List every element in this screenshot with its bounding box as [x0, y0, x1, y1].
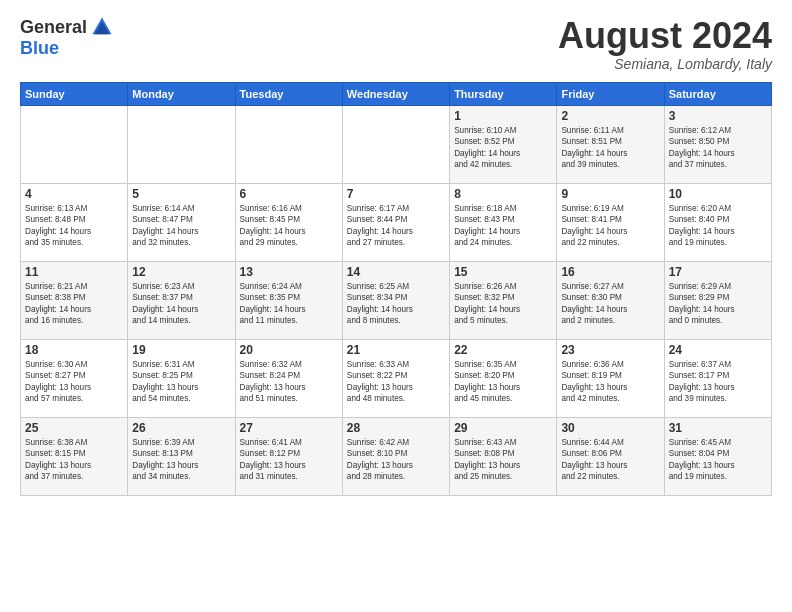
day-number: 21	[347, 343, 445, 357]
month-year: August 2024	[558, 16, 772, 56]
calendar-cell: 14Sunrise: 6:25 AM Sunset: 8:34 PM Dayli…	[342, 261, 449, 339]
calendar-cell: 13Sunrise: 6:24 AM Sunset: 8:35 PM Dayli…	[235, 261, 342, 339]
calendar-cell: 16Sunrise: 6:27 AM Sunset: 8:30 PM Dayli…	[557, 261, 664, 339]
calendar-cell: 6Sunrise: 6:16 AM Sunset: 8:45 PM Daylig…	[235, 183, 342, 261]
day-number: 13	[240, 265, 338, 279]
day-info: Sunrise: 6:31 AM Sunset: 8:25 PM Dayligh…	[132, 359, 230, 405]
day-info: Sunrise: 6:11 AM Sunset: 8:51 PM Dayligh…	[561, 125, 659, 171]
day-info: Sunrise: 6:23 AM Sunset: 8:37 PM Dayligh…	[132, 281, 230, 327]
calendar-cell	[21, 105, 128, 183]
weekday-header-row: SundayMondayTuesdayWednesdayThursdayFrid…	[21, 82, 772, 105]
day-info: Sunrise: 6:30 AM Sunset: 8:27 PM Dayligh…	[25, 359, 123, 405]
day-number: 16	[561, 265, 659, 279]
calendar-cell: 25Sunrise: 6:38 AM Sunset: 8:15 PM Dayli…	[21, 417, 128, 495]
calendar-cell: 21Sunrise: 6:33 AM Sunset: 8:22 PM Dayli…	[342, 339, 449, 417]
calendar-cell: 2Sunrise: 6:11 AM Sunset: 8:51 PM Daylig…	[557, 105, 664, 183]
calendar-cell: 1Sunrise: 6:10 AM Sunset: 8:52 PM Daylig…	[450, 105, 557, 183]
calendar-cell: 30Sunrise: 6:44 AM Sunset: 8:06 PM Dayli…	[557, 417, 664, 495]
day-number: 20	[240, 343, 338, 357]
calendar-week-row: 18Sunrise: 6:30 AM Sunset: 8:27 PM Dayli…	[21, 339, 772, 417]
day-info: Sunrise: 6:26 AM Sunset: 8:32 PM Dayligh…	[454, 281, 552, 327]
day-number: 9	[561, 187, 659, 201]
calendar-week-row: 11Sunrise: 6:21 AM Sunset: 8:38 PM Dayli…	[21, 261, 772, 339]
calendar-cell: 17Sunrise: 6:29 AM Sunset: 8:29 PM Dayli…	[664, 261, 771, 339]
calendar-cell: 15Sunrise: 6:26 AM Sunset: 8:32 PM Dayli…	[450, 261, 557, 339]
day-info: Sunrise: 6:20 AM Sunset: 8:40 PM Dayligh…	[669, 203, 767, 249]
day-number: 18	[25, 343, 123, 357]
day-info: Sunrise: 6:29 AM Sunset: 8:29 PM Dayligh…	[669, 281, 767, 327]
logo-general: General	[20, 17, 87, 38]
day-number: 14	[347, 265, 445, 279]
day-info: Sunrise: 6:21 AM Sunset: 8:38 PM Dayligh…	[25, 281, 123, 327]
day-number: 23	[561, 343, 659, 357]
day-info: Sunrise: 6:12 AM Sunset: 8:50 PM Dayligh…	[669, 125, 767, 171]
calendar-cell: 24Sunrise: 6:37 AM Sunset: 8:17 PM Dayli…	[664, 339, 771, 417]
logo-blue: Blue	[20, 38, 59, 59]
day-info: Sunrise: 6:42 AM Sunset: 8:10 PM Dayligh…	[347, 437, 445, 483]
weekday-header: Tuesday	[235, 82, 342, 105]
calendar-cell: 29Sunrise: 6:43 AM Sunset: 8:08 PM Dayli…	[450, 417, 557, 495]
logo-icon	[91, 16, 113, 38]
calendar-cell: 11Sunrise: 6:21 AM Sunset: 8:38 PM Dayli…	[21, 261, 128, 339]
day-info: Sunrise: 6:33 AM Sunset: 8:22 PM Dayligh…	[347, 359, 445, 405]
day-number: 22	[454, 343, 552, 357]
day-number: 12	[132, 265, 230, 279]
location: Semiana, Lombardy, Italy	[558, 56, 772, 72]
calendar-cell: 28Sunrise: 6:42 AM Sunset: 8:10 PM Dayli…	[342, 417, 449, 495]
day-info: Sunrise: 6:39 AM Sunset: 8:13 PM Dayligh…	[132, 437, 230, 483]
page-container: General Blue August 2024 Semiana, Lombar…	[0, 0, 792, 506]
day-number: 15	[454, 265, 552, 279]
weekday-header: Monday	[128, 82, 235, 105]
calendar-cell	[128, 105, 235, 183]
day-info: Sunrise: 6:35 AM Sunset: 8:20 PM Dayligh…	[454, 359, 552, 405]
calendar-cell: 4Sunrise: 6:13 AM Sunset: 8:48 PM Daylig…	[21, 183, 128, 261]
day-info: Sunrise: 6:25 AM Sunset: 8:34 PM Dayligh…	[347, 281, 445, 327]
day-number: 1	[454, 109, 552, 123]
calendar-week-row: 1Sunrise: 6:10 AM Sunset: 8:52 PM Daylig…	[21, 105, 772, 183]
calendar-table: SundayMondayTuesdayWednesdayThursdayFrid…	[20, 82, 772, 496]
day-number: 19	[132, 343, 230, 357]
day-number: 17	[669, 265, 767, 279]
calendar-cell: 20Sunrise: 6:32 AM Sunset: 8:24 PM Dayli…	[235, 339, 342, 417]
weekday-header: Thursday	[450, 82, 557, 105]
day-number: 29	[454, 421, 552, 435]
calendar-cell: 18Sunrise: 6:30 AM Sunset: 8:27 PM Dayli…	[21, 339, 128, 417]
calendar-cell: 19Sunrise: 6:31 AM Sunset: 8:25 PM Dayli…	[128, 339, 235, 417]
calendar-cell: 12Sunrise: 6:23 AM Sunset: 8:37 PM Dayli…	[128, 261, 235, 339]
day-number: 6	[240, 187, 338, 201]
page-header: General Blue August 2024 Semiana, Lombar…	[20, 16, 772, 72]
day-number: 28	[347, 421, 445, 435]
day-info: Sunrise: 6:38 AM Sunset: 8:15 PM Dayligh…	[25, 437, 123, 483]
day-number: 30	[561, 421, 659, 435]
day-info: Sunrise: 6:37 AM Sunset: 8:17 PM Dayligh…	[669, 359, 767, 405]
day-info: Sunrise: 6:17 AM Sunset: 8:44 PM Dayligh…	[347, 203, 445, 249]
calendar-cell: 23Sunrise: 6:36 AM Sunset: 8:19 PM Dayli…	[557, 339, 664, 417]
day-info: Sunrise: 6:13 AM Sunset: 8:48 PM Dayligh…	[25, 203, 123, 249]
day-info: Sunrise: 6:36 AM Sunset: 8:19 PM Dayligh…	[561, 359, 659, 405]
calendar-cell	[342, 105, 449, 183]
calendar-cell: 3Sunrise: 6:12 AM Sunset: 8:50 PM Daylig…	[664, 105, 771, 183]
day-info: Sunrise: 6:45 AM Sunset: 8:04 PM Dayligh…	[669, 437, 767, 483]
weekday-header: Wednesday	[342, 82, 449, 105]
day-number: 3	[669, 109, 767, 123]
day-number: 7	[347, 187, 445, 201]
day-number: 8	[454, 187, 552, 201]
calendar-week-row: 25Sunrise: 6:38 AM Sunset: 8:15 PM Dayli…	[21, 417, 772, 495]
day-info: Sunrise: 6:14 AM Sunset: 8:47 PM Dayligh…	[132, 203, 230, 249]
calendar-cell: 27Sunrise: 6:41 AM Sunset: 8:12 PM Dayli…	[235, 417, 342, 495]
day-info: Sunrise: 6:24 AM Sunset: 8:35 PM Dayligh…	[240, 281, 338, 327]
title-block: August 2024 Semiana, Lombardy, Italy	[558, 16, 772, 72]
day-info: Sunrise: 6:32 AM Sunset: 8:24 PM Dayligh…	[240, 359, 338, 405]
calendar-cell: 7Sunrise: 6:17 AM Sunset: 8:44 PM Daylig…	[342, 183, 449, 261]
day-info: Sunrise: 6:18 AM Sunset: 8:43 PM Dayligh…	[454, 203, 552, 249]
day-number: 26	[132, 421, 230, 435]
day-number: 24	[669, 343, 767, 357]
weekday-header: Saturday	[664, 82, 771, 105]
day-info: Sunrise: 6:27 AM Sunset: 8:30 PM Dayligh…	[561, 281, 659, 327]
day-info: Sunrise: 6:19 AM Sunset: 8:41 PM Dayligh…	[561, 203, 659, 249]
day-info: Sunrise: 6:41 AM Sunset: 8:12 PM Dayligh…	[240, 437, 338, 483]
day-info: Sunrise: 6:10 AM Sunset: 8:52 PM Dayligh…	[454, 125, 552, 171]
calendar-cell: 31Sunrise: 6:45 AM Sunset: 8:04 PM Dayli…	[664, 417, 771, 495]
weekday-header: Sunday	[21, 82, 128, 105]
day-number: 5	[132, 187, 230, 201]
